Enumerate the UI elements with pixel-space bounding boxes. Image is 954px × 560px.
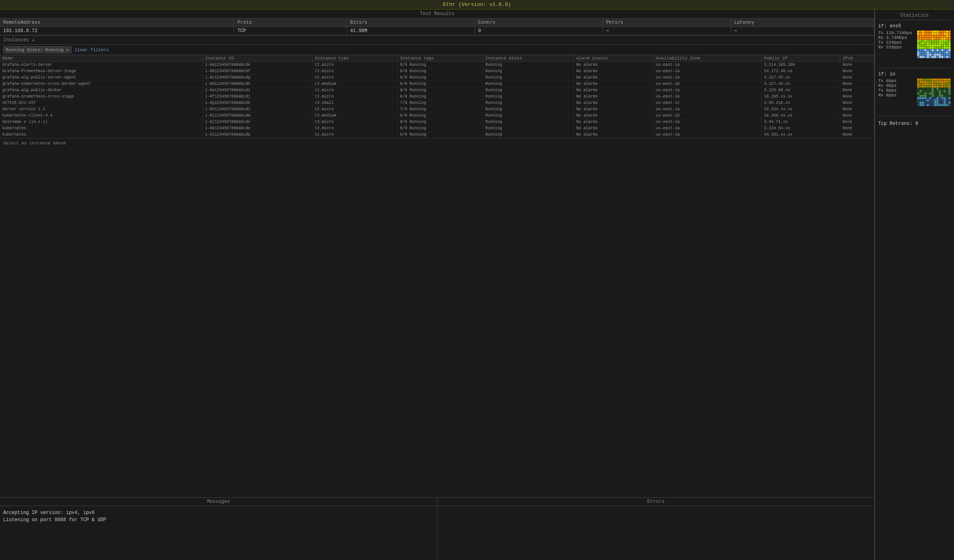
stat-divider-2 [878,116,951,116]
clear-filters-link[interactable]: Clear filters [75,48,109,52]
lo-chart-canvas [917,79,951,106]
inst-col-type: Instance type [312,55,398,62]
list-item[interactable]: kubernetes-client-4.4 i-0i1234567890abcd… [0,113,874,119]
inst-cell-az: us-east-1a [653,106,761,113]
inst-cell-tags: 8/9 Running [397,119,483,125]
inst-cell-ip: 3.214.185.109 [762,62,840,68]
inst-cell-state: Running [483,68,573,75]
list-item[interactable]: Grafana-Prometheus-Server-Stage i-0b1234… [0,68,874,75]
inst-cell-state: Running [483,81,573,87]
col-pkts: Pkts/s [603,19,731,27]
stats-panel: Statistics if: ens5 Tx 119.71Kbps Rx 3.7… [875,10,954,560]
col-proto: Proto [234,19,347,27]
inst-cell-state: Running [483,113,573,119]
ens5-chart [917,31,951,60]
inst-cell-ipv6: None [840,100,874,106]
inst-cell-ip: 34.201.xx.xx [762,132,840,138]
inst-cell-id: i-0h1234567890abcdl [202,106,312,113]
inst-cell-id: i-0a1234567890abcde [202,62,312,68]
results-table: RemoteAddress Proto Bits/s Conn/s Pkts/s… [0,19,874,35]
test-results-header: Test Results [0,10,874,19]
stat-if-lo-name: if: lo [878,71,951,77]
message-line-2: Listening on port 8888 for TCP & UDP [3,516,434,524]
inst-cell-ipv6: None [840,68,874,75]
inst-cell-az: us-east-1a [653,68,761,75]
inst-cell-state: Running [483,132,573,138]
inst-cell-state: Running [483,100,573,106]
inst-cell-alarm: No alarms [574,68,654,75]
inst-cell-tags: 8/9 Running [397,75,483,81]
lo-tx-pps-label: Tx 0pps [878,88,917,93]
title-bar: Ethr (Version: v1.0.0) [0,0,954,10]
inst-col-az: Availability Zone [653,55,761,62]
left-area: Test Results RemoteAddress Proto Bits/s … [0,10,875,560]
inst-cell-type: t2.micro [312,125,398,132]
errors-title: Errors [647,499,664,504]
inst-cell-alarm: No alarms [574,81,654,87]
inst-cell-ip: 3.229.89.xx [762,87,840,94]
inst-cell-id: i-0b1234567890abcdf [202,68,312,75]
inst-cell-ip: 34.234.xx.xx [762,106,840,113]
list-item[interactable]: kubernetes i-0l1234567890abcdp t2.micro … [0,132,874,138]
lo-chart [917,79,951,108]
inst-cell-ipv6: None [840,75,874,81]
select-instance-prompt: Select an instance above [0,138,874,148]
messages-header: Messages [0,498,437,506]
inst-cell-ip: 3.224.54.xx [762,125,840,132]
table-row[interactable]: 192.168.0.72 TCP 41.98M 0 — — [0,27,874,35]
list-item[interactable]: Hostname v (14.x.1) i-0j1234567890abcdn … [0,119,874,125]
list-item[interactable]: kubernetes i-0k1234567890abcdo t2.micro … [0,125,874,132]
instances-table: Name Instance ID Instance type Instance … [0,55,874,138]
inst-cell-type: t3.medium [312,81,398,87]
inst-cell-tags: 8/9 Running [397,94,483,100]
inst-cell-tags: 8/9 Running [397,68,483,75]
inst-cell-name: kubernetes [0,125,202,132]
inst-cell-ip: 18.205.xx.xx [762,94,840,100]
ens5-rx-pps-label: Rx 329pps [878,45,917,50]
inst-cell-tags: 7/9 Running [397,100,483,106]
inst-cell-ipv6: None [840,125,874,132]
inst-cell-alarm: No alarms [574,75,654,81]
inst-cell-alarm: No alarms [574,106,654,113]
ens5-labels: Tx 119.71Kbps Rx 3.73Mbps Tx 224pps Rx 3… [878,31,917,50]
inst-cell-id: i-0g1234567890abcdk [202,100,312,106]
inst-cell-alarm: No alarms [574,62,654,68]
inst-cell-ip: 18.208.xx.xx [762,113,840,119]
lo-stats-container: Tx 0bps Rx 0bps Tx 0pps Rx 0pps [878,79,951,108]
bottom-area: Messages Accepting IP version: ipv4, ipv… [0,497,874,560]
list-item[interactable]: grafana-alg-public-docker i-0e1234567890… [0,87,874,94]
inst-cell-ipv6: None [840,62,874,68]
cell-latency: — [731,27,874,35]
inst-cell-ip: 3.95.218.xx [762,100,840,106]
inst-col-tags: Instance tags [397,55,483,62]
list-item[interactable]: grafana-alg-public-server-agent i-0c1234… [0,75,874,81]
test-results-section: Test Results RemoteAddress Proto Bits/s … [0,10,874,36]
inst-col-ipv6: IPv6 [840,55,874,62]
lo-labels: Tx 0bps Rx 0bps Tx 0pps Rx 0pps [878,79,917,98]
inst-cell-az: us-east-1b [653,81,761,87]
inst-cell-name: ACTIVE-EC2-CST [0,100,202,106]
inst-cell-alarm: No alarms [574,113,654,119]
inst-cell-name: Hostname v (14.x.1) [0,119,202,125]
ens5-chart-canvas [917,31,951,58]
tcp-retrans: Tcp Retrans: 0 [878,121,951,127]
errors-header: Errors [437,498,874,506]
stat-block-ens5: if: ens5 Tx 119.71Kbps Rx 3.73Mbps Tx 22… [878,23,951,60]
filter-tag-running[interactable]: Running State: Running ✕ [3,46,71,53]
inst-cell-type: t3.small [312,100,398,106]
list-item[interactable]: grafana-prometheus-cross-stage i-0f12345… [0,94,874,100]
instances-header: Instances ▲ [0,36,874,45]
list-item[interactable]: Grafana-Alerts-Server i-0a1234567890abcd… [0,62,874,68]
inst-cell-name: Grafana-Prometheus-Server-Stage [0,68,202,75]
inst-cell-ip: 3.94.71.xx [762,119,840,125]
stats-header: Statistics [878,13,951,20]
inst-cell-az: us-east-1a [653,132,761,138]
inst-cell-name: Grafana-Alerts-Server [0,62,202,68]
inst-col-alarm: Alarm status [574,55,654,62]
inst-cell-state: Running [483,119,573,125]
inst-cell-state: Running [483,87,573,94]
list-item[interactable]: ACTIVE-EC2-CST i-0g1234567890abcdk t3.sm… [0,100,874,106]
list-item[interactable]: Server service 1.2 i-0h1234567890abcdl t… [0,106,874,113]
list-item[interactable]: grafana-kubernetes-cross-border-agent i-… [0,81,874,87]
lo-tx-bps-label: Tx 0bps [878,79,917,83]
